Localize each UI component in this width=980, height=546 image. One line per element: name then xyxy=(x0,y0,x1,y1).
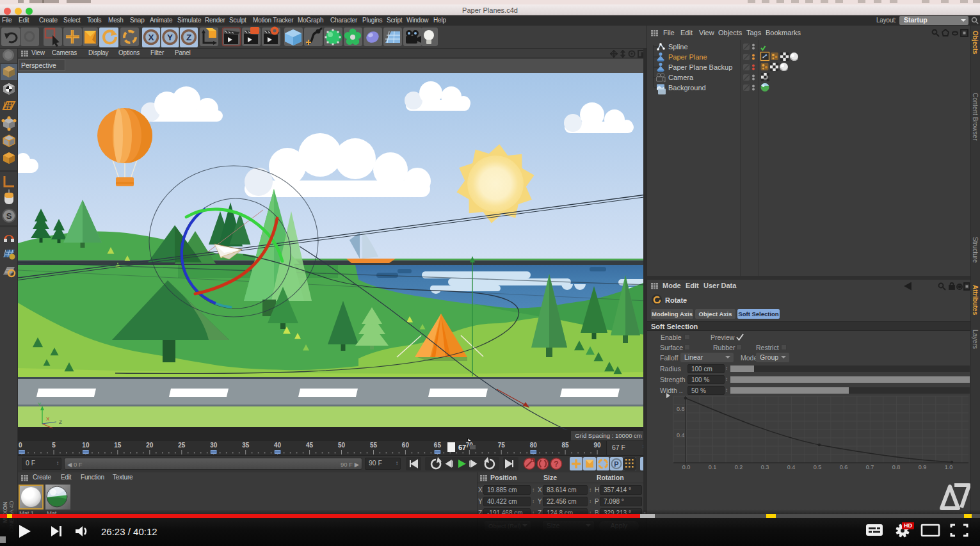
svg-text:80: 80 xyxy=(530,442,538,449)
svg-text:?: ? xyxy=(554,460,558,469)
svg-text:67: 67 xyxy=(458,444,466,451)
svg-text:40: 40 xyxy=(274,442,282,449)
svg-text:S: S xyxy=(6,211,12,221)
svg-text:0.5: 0.5 xyxy=(814,464,822,470)
svg-text:0.1: 0.1 xyxy=(709,464,717,470)
svg-text:25: 25 xyxy=(178,442,186,449)
svg-text:35: 35 xyxy=(242,442,250,449)
svg-text:X: X xyxy=(46,416,50,422)
svg-text:0.8: 0.8 xyxy=(677,406,685,412)
svg-text:45: 45 xyxy=(306,442,314,449)
svg-text:15: 15 xyxy=(114,442,122,449)
svg-text:85: 85 xyxy=(562,442,570,449)
svg-text:Paper Plane Backup: Paper Plane Backup xyxy=(668,63,732,71)
svg-text:Z: Z xyxy=(186,33,191,42)
svg-text:60: 60 xyxy=(402,442,410,449)
svg-text:75: 75 xyxy=(498,442,506,449)
svg-text:20: 20 xyxy=(146,442,154,449)
svg-text:55: 55 xyxy=(370,442,378,449)
svg-text:0.4: 0.4 xyxy=(787,464,796,470)
svg-text:Spline: Spline xyxy=(668,43,688,51)
svg-text:P: P xyxy=(614,460,618,468)
svg-text:0.4: 0.4 xyxy=(677,432,685,438)
svg-text:0.9: 0.9 xyxy=(919,464,927,470)
svg-text:0.8: 0.8 xyxy=(892,464,901,470)
svg-text:0.6: 0.6 xyxy=(840,464,848,470)
svg-text:Y: Y xyxy=(167,33,173,42)
svg-text:Y: Y xyxy=(38,401,42,407)
svg-text:Camera: Camera xyxy=(668,74,694,81)
svg-text:0.7: 0.7 xyxy=(866,464,874,470)
svg-text:30: 30 xyxy=(210,442,218,449)
svg-text:0: 0 xyxy=(19,442,22,449)
svg-text:0.2: 0.2 xyxy=(735,464,743,470)
svg-text:90: 90 xyxy=(594,442,602,449)
svg-text:HD: HD xyxy=(904,522,912,529)
svg-text:X: X xyxy=(148,33,154,42)
svg-text:0.0: 0.0 xyxy=(682,464,691,470)
svg-text:5: 5 xyxy=(52,442,56,449)
svg-text:50: 50 xyxy=(338,442,346,449)
svg-text:65: 65 xyxy=(434,442,442,449)
svg-text:Background: Background xyxy=(668,84,706,92)
svg-text:Z: Z xyxy=(59,419,62,425)
svg-text:1.0: 1.0 xyxy=(945,464,953,470)
svg-text:Paper Plane: Paper Plane xyxy=(668,53,707,61)
svg-text:10: 10 xyxy=(82,442,90,449)
svg-text:0.3: 0.3 xyxy=(761,464,769,470)
